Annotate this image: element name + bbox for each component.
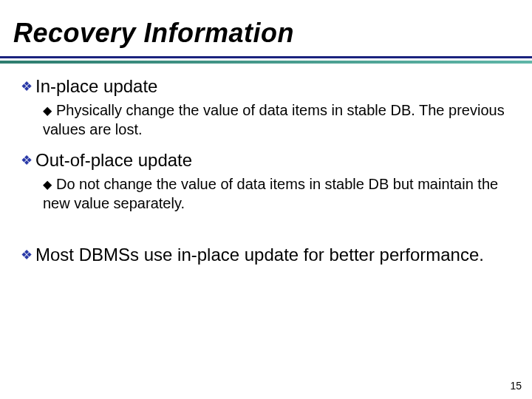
title-underline [0, 56, 532, 64]
slide-title: Recovery Information [13, 18, 294, 49]
sub-bullet-item-1: ◆Physically change the value of data ite… [43, 100, 514, 139]
sub-bullet-item-2: ◆Do not change the value of data items i… [43, 174, 514, 213]
small-diamond-icon: ◆ [43, 103, 56, 119]
page-number: 15 [510, 380, 522, 392]
sub-bullet-text: Do not change the value of data items in… [43, 176, 498, 211]
diamond-bullet-icon: ❖ [21, 247, 35, 264]
bullet-text: In-place update [35, 76, 157, 96]
diamond-bullet-icon: ❖ [21, 78, 35, 95]
diamond-bullet-icon: ❖ [21, 152, 35, 169]
slide-body: ❖In-place update ◆Physically change the … [21, 71, 514, 269]
bullet-item-2: ❖Out-of-place update [21, 149, 514, 171]
bullet-text: Most DBMSs use in-place update for bette… [35, 245, 484, 265]
small-diamond-icon: ◆ [43, 177, 56, 193]
bullet-text: Out-of-place update [35, 150, 192, 170]
bullet-item-3: ❖Most DBMSs use in-place update for bett… [21, 244, 514, 266]
sub-bullet-text: Physically change the value of data item… [43, 102, 505, 137]
bullet-item-1: ❖In-place update [21, 75, 514, 98]
slide: Recovery Information ❖In-place update ◆P… [0, 0, 532, 399]
